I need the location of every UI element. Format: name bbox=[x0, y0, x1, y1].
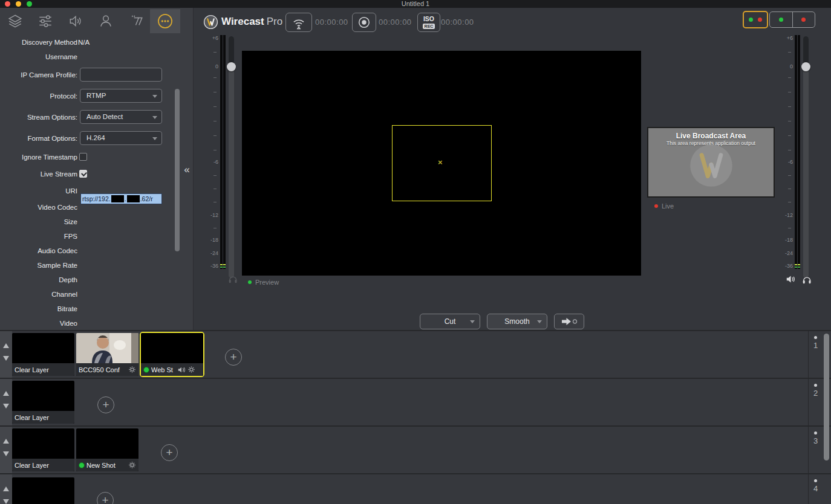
layer-row-2: Clear Layer + 2 bbox=[0, 379, 831, 425]
shot-clear-layer[interactable]: Clear Layer bbox=[12, 381, 74, 424]
discovery-method-label: Discovery Method bbox=[0, 39, 77, 46]
titles-icon[interactable] bbox=[121, 9, 151, 33]
redacted-block bbox=[111, 195, 124, 202]
live-volume-slider[interactable] bbox=[803, 36, 809, 278]
red-status-dot bbox=[801, 18, 806, 22]
red-dot-icon bbox=[654, 204, 658, 208]
live-speaker-button[interactable] bbox=[786, 274, 797, 285]
chevron-down-icon bbox=[537, 320, 542, 323]
headphones-icon bbox=[227, 273, 238, 284]
move-layer-up-button[interactable] bbox=[3, 486, 9, 491]
add-shot-button[interactable]: + bbox=[97, 492, 114, 504]
shot-layers-area: Clear Layer BCC950 Conf bbox=[0, 330, 831, 504]
stream-button[interactable] bbox=[285, 13, 312, 32]
preview-audio-meter-scale: +6 0 -6 -12 -18 -24 -36 bbox=[206, 35, 218, 277]
social-icon[interactable] bbox=[91, 9, 121, 33]
sources-sliders-icon[interactable] bbox=[30, 9, 60, 33]
move-layer-down-button[interactable] bbox=[3, 356, 9, 361]
wirecast-logo bbox=[203, 15, 218, 30]
go-transition-button[interactable] bbox=[554, 314, 584, 329]
gear-icon[interactable] bbox=[128, 461, 136, 469]
panel-scrollbar[interactable] bbox=[175, 89, 180, 251]
green-status-dot bbox=[749, 18, 753, 22]
preview-headphone-monitor-button[interactable] bbox=[227, 273, 238, 284]
collapse-panel-button[interactable]: « bbox=[181, 163, 192, 176]
layer-number-cell: 2 bbox=[809, 379, 823, 425]
add-shot-button[interactable]: + bbox=[161, 444, 178, 461]
preview-audio-meter bbox=[220, 35, 226, 269]
gear-icon[interactable] bbox=[187, 366, 195, 373]
layer-row-3: Clear Layer New Shot + 3 bbox=[0, 427, 831, 473]
move-layer-down-button[interactable] bbox=[3, 404, 9, 409]
layers-icon[interactable] bbox=[0, 9, 30, 33]
layer-row-4: + 4 bbox=[0, 474, 831, 504]
volume-slider-knob[interactable] bbox=[801, 62, 810, 71]
layer-number-cell: 1 bbox=[809, 331, 823, 378]
layer-number-cell: 3 bbox=[809, 427, 823, 473]
shot-clear-layer[interactable]: Clear Layer bbox=[12, 333, 74, 376]
selection-center-handle[interactable]: × bbox=[438, 158, 443, 167]
more-options-icon[interactable] bbox=[150, 9, 180, 33]
add-shot-button[interactable]: + bbox=[225, 349, 242, 366]
uri-label: URI bbox=[0, 187, 77, 195]
ip-camera-profile-input[interactable] bbox=[80, 68, 162, 82]
preview-live-status-button[interactable] bbox=[743, 11, 768, 28]
move-layer-up-button[interactable] bbox=[3, 439, 9, 444]
gear-icon[interactable] bbox=[128, 366, 136, 373]
format-options-select[interactable]: H.264 bbox=[80, 131, 162, 145]
window-title: Untitled 1 bbox=[0, 0, 831, 8]
layer-row-1: Clear Layer BCC950 Conf bbox=[0, 331, 831, 378]
depth-label: Depth bbox=[0, 276, 77, 283]
move-layer-down-button[interactable] bbox=[3, 499, 9, 504]
shot-bcc950[interactable]: BCC950 Conf bbox=[76, 333, 138, 376]
volume-slider-knob[interactable] bbox=[227, 62, 236, 71]
speaker-icon bbox=[786, 274, 797, 285]
headphones-icon bbox=[801, 274, 812, 285]
shot-web-stream-selected[interactable]: Web St bbox=[141, 333, 203, 376]
iso-record-button[interactable]: ISO REC bbox=[417, 13, 440, 32]
iso-rec-icon: ISO REC bbox=[423, 16, 435, 29]
live-stream-checkbox[interactable] bbox=[79, 170, 87, 178]
layer-reorder-column bbox=[0, 427, 12, 473]
move-layer-up-button[interactable] bbox=[3, 343, 9, 348]
red-status-dot bbox=[758, 18, 762, 22]
protocol-select[interactable]: RTMP bbox=[80, 89, 162, 103]
live-headphone-monitor-button[interactable] bbox=[801, 274, 812, 285]
ignore-timestamp-checkbox[interactable] bbox=[79, 153, 87, 161]
add-shot-button[interactable]: + bbox=[97, 396, 114, 413]
layer-reorder-column bbox=[0, 379, 12, 425]
speaker-icon[interactable] bbox=[177, 366, 186, 374]
shot-new-shot[interactable]: New Shot bbox=[76, 428, 138, 471]
green-dot-icon bbox=[248, 280, 252, 284]
live-green-dot-icon bbox=[143, 367, 149, 373]
layers-scrollbar[interactable] bbox=[824, 334, 829, 460]
audio-mixer-icon[interactable] bbox=[60, 9, 91, 33]
chevron-down-icon bbox=[470, 320, 475, 323]
titlebar: Untitled 1 bbox=[0, 0, 831, 8]
transition-a-select[interactable]: Cut bbox=[420, 314, 480, 329]
video-codec-label: Video Codec bbox=[0, 204, 77, 211]
chevron-down-icon bbox=[152, 95, 157, 98]
sample-rate-label: Sample Rate bbox=[0, 262, 77, 269]
stream-options-select[interactable]: Auto Detect bbox=[80, 110, 162, 124]
transition-b-select[interactable]: Smooth bbox=[487, 314, 547, 329]
layer-active-dot bbox=[814, 431, 817, 435]
shot-thumbnail bbox=[76, 333, 138, 363]
video-label: Video bbox=[0, 320, 77, 327]
status-button-group bbox=[769, 11, 815, 28]
live-status-button[interactable] bbox=[792, 12, 815, 27]
preview-status-button[interactable] bbox=[770, 12, 792, 27]
discovery-method-value: N/A bbox=[78, 39, 90, 46]
uri-input[interactable]: rtsp://192...62/r bbox=[80, 193, 162, 204]
shot-clear-layer[interactable]: Clear Layer bbox=[12, 428, 74, 471]
layer-active-dot bbox=[814, 384, 817, 387]
move-layer-up-button[interactable] bbox=[3, 391, 9, 396]
record-button[interactable] bbox=[352, 13, 376, 32]
move-layer-down-button[interactable] bbox=[3, 451, 9, 456]
audio-codec-label: Audio Codec bbox=[0, 247, 77, 254]
shot-clear-layer[interactable] bbox=[12, 477, 74, 504]
redacted-block bbox=[127, 195, 140, 202]
preview-volume-slider[interactable] bbox=[229, 36, 234, 278]
preview-canvas[interactable]: × bbox=[242, 51, 641, 276]
wirecast-watermark bbox=[688, 143, 734, 189]
